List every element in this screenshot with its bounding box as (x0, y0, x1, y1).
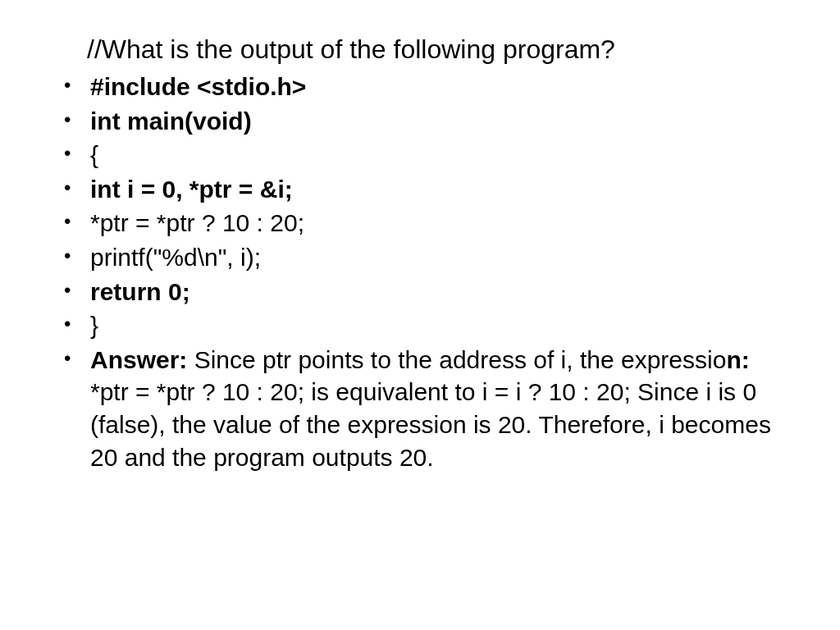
code-text: #include <stdio.h> (90, 73, 306, 100)
answer-label: Answer: (90, 346, 187, 373)
slide-title: //What is the output of the following pr… (87, 33, 783, 66)
code-text: int i = 0, *ptr = &i; (90, 176, 293, 203)
code-line-decl: int i = 0, *ptr = &i; (57, 173, 783, 206)
code-line-return: return 0; (57, 276, 783, 308)
code-line-assign: *ptr = *ptr ? 10 : 20; (57, 207, 783, 240)
code-text: { (90, 141, 98, 168)
code-text: return 0; (90, 278, 190, 305)
code-text: } (90, 312, 98, 339)
code-line-open-brace: { (57, 139, 783, 171)
code-text: printf("%d\n", i); (90, 244, 261, 271)
code-text: *ptr = *ptr ? 10 : 20; (90, 209, 304, 236)
code-line-main: int main(void) (57, 105, 783, 138)
answer-line: Answer: Since ptr points to the address … (57, 344, 783, 473)
code-line-include: #include <stdio.h> (57, 71, 783, 103)
slide: //What is the output of the following pr… (0, 0, 840, 630)
answer-bold-n: n: (726, 346, 749, 373)
answer-text-2: *ptr = *ptr ? 10 : 20; is equivalent to … (90, 378, 771, 470)
code-line-close-brace: } (57, 309, 783, 342)
answer-text-1: Since ptr points to the address of i, th… (187, 346, 726, 373)
code-text: int main(void) (90, 107, 252, 135)
slide-body-list: #include <stdio.h> int main(void) { int … (57, 71, 783, 473)
code-line-printf: printf("%d\n", i); (57, 241, 783, 274)
